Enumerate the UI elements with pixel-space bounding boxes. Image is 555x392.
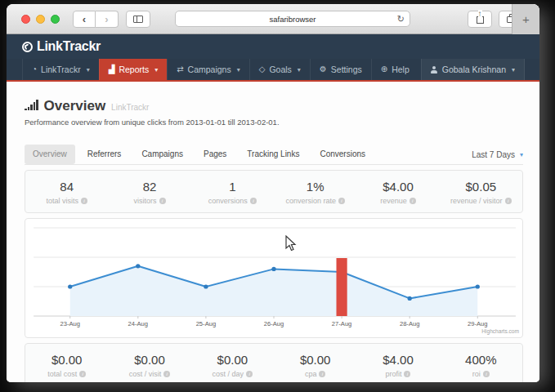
stat-value: $0.00 [274, 353, 356, 367]
chevron-down-icon: ▾ [87, 66, 90, 74]
tab-overview[interactable]: Overview [25, 145, 75, 164]
stats-panel-top: 84total visitsi82visitorsi1conversionsi1… [25, 170, 523, 213]
nav-item-label: Settings [331, 65, 362, 74]
stat-value: $0.00 [25, 353, 108, 367]
stat-label-text: total cost [47, 370, 77, 378]
info-icon[interactable]: i [338, 198, 345, 204]
stat-conversion-rate: 1%conversion ratei [274, 180, 356, 205]
stat-value: 1 [191, 180, 274, 194]
zoom-button[interactable] [51, 15, 60, 24]
stat-label-text: cost / visit [129, 370, 162, 378]
share-button[interactable] [468, 11, 492, 28]
nav-item-campaigns[interactable]: ⇄Campaigns▾ [167, 59, 249, 80]
tab-conversions[interactable]: Conversions [311, 145, 374, 164]
stat-value: $4.00 [356, 353, 439, 367]
info-icon[interactable]: i [483, 371, 490, 377]
stat-cost-visit: $0.00cost / visiti [108, 353, 190, 378]
info-icon[interactable]: i [319, 371, 325, 377]
stat-value: $0.05 [440, 180, 522, 194]
tab-tracking-links[interactable]: Tracking Links [239, 145, 307, 164]
stat-label: conversion ratei [274, 197, 356, 205]
stat-total-visits: 84total visitsi [25, 180, 108, 205]
stat-value: 400% [440, 353, 522, 367]
x-axis-label: 29-Aug [468, 321, 488, 328]
nav-item-linktrackr[interactable]: ◔LinkTrackr▾ [22, 59, 99, 80]
help-icon: ⊕ [381, 65, 387, 74]
linktrackr-logo-icon [22, 42, 33, 52]
tab-pages[interactable]: Pages [195, 145, 235, 164]
address-bar[interactable]: safaribrowser ↻ [175, 11, 410, 27]
info-icon[interactable]: i [404, 371, 410, 377]
site-logo[interactable]: LinkTrackr [22, 39, 101, 54]
nav-item-settings[interactable]: ⚙Settings [310, 59, 371, 80]
stat-value: $0.00 [191, 353, 274, 367]
stat-label: profiti [356, 370, 439, 378]
tab-referrers[interactable]: Referrers [79, 145, 130, 164]
x-axis-label: 28-Aug [400, 321, 420, 328]
main-nav: ◔LinkTrackr▾▟Reports▾⇄Campaigns▾◇Goals▾⚙… [7, 59, 539, 82]
chevron-down-icon: ▾ [237, 66, 240, 74]
user-icon [431, 66, 438, 74]
bar-chart-icon [25, 100, 38, 110]
back-icon: ‹ [83, 13, 86, 25]
logo-text: LinkTrackr [37, 39, 101, 54]
info-icon[interactable]: i [163, 371, 170, 377]
reload-icon[interactable]: ↻ [397, 11, 405, 27]
new-tab-button[interactable]: + [512, 4, 539, 34]
info-icon[interactable]: i [159, 198, 166, 204]
date-range-dropdown[interactable]: Last 7 Days ▾ [472, 150, 523, 159]
nav-item-label: Campaigns [188, 65, 231, 74]
chevron-down-icon: ▾ [298, 66, 301, 74]
report-tabs: OverviewReferrersCampaignsPagesTracking … [25, 145, 378, 164]
info-icon[interactable]: i [505, 198, 512, 204]
nav-item-goals[interactable]: ◇Goals▾ [249, 59, 310, 80]
forward-button[interactable]: › [96, 11, 119, 28]
stat-label-text: roi [472, 370, 481, 378]
stat-visitors: 82visitorsi [108, 180, 190, 205]
nav-item-help[interactable]: ⊕Help [371, 59, 418, 80]
tab-campaigns[interactable]: Campaigns [133, 145, 191, 164]
nav-item-reports[interactable]: ▟Reports▾ [99, 59, 167, 80]
browser-window: ‹ › safaribrowser ↻ + LinkTrackr [7, 4, 539, 382]
stat-label-text: cpa [305, 370, 317, 378]
stat-value: $0.00 [108, 353, 190, 367]
bar-chart-icon: ▟ [109, 65, 115, 74]
plus-icon: + [522, 12, 530, 26]
stat-value: 1% [274, 180, 356, 194]
stat-label: revenuei [356, 197, 439, 205]
nav-item-label: Goals [269, 65, 291, 74]
report-tabs-row: OverviewReferrersCampaignsPagesTracking … [25, 145, 523, 165]
stat-label: total costi [25, 370, 108, 378]
back-button[interactable]: ‹ [73, 11, 96, 28]
stat-total-cost: $0.00total costi [25, 353, 108, 378]
info-icon[interactable]: i [81, 198, 87, 204]
x-axis-label: 26-Aug [264, 321, 284, 328]
stat-label-text: revenue / visitor [450, 197, 503, 205]
x-axis-label: 25-Aug [196, 321, 217, 328]
stat-cost-day: $0.00cost / dayi [191, 353, 274, 378]
stat-conversions: 1conversionsi [191, 180, 274, 205]
stat-label: total visitsi [25, 197, 108, 205]
page-content: Overview LinkTrackr Performance overview… [7, 82, 539, 382]
info-icon[interactable]: i [246, 371, 253, 377]
user-menu[interactable]: Gobala Krishnan ▾ [421, 59, 525, 80]
sidebar-toggle-button[interactable] [126, 11, 150, 28]
info-icon[interactable]: i [250, 198, 257, 204]
stat-label-text: total visits [46, 197, 78, 205]
forward-icon: › [105, 13, 108, 25]
info-icon[interactable]: i [410, 198, 416, 204]
close-button[interactable] [21, 15, 30, 24]
stat-label: cost / dayi [191, 370, 274, 378]
info-icon[interactable]: i [79, 371, 86, 377]
stat-label: revenue / visitori [440, 197, 522, 205]
stat-roi: 400%roii [440, 353, 522, 378]
minimize-button[interactable] [36, 15, 45, 24]
web-page: LinkTrackr ◔LinkTrackr▾▟Reports▾⇄Campaig… [7, 34, 539, 382]
diamond-icon: ◇ [259, 65, 266, 74]
highcharts-credit[interactable]: Highcharts.com [481, 328, 519, 335]
stat-revenue: $4.00revenuei [356, 180, 439, 205]
visits-chart-panel: 23-Aug24-Aug25-Aug26-Aug27-Aug28-Aug29-A… [25, 218, 523, 338]
page-title-suffix: LinkTrackr [111, 103, 149, 112]
address-text: safaribrowser [269, 15, 316, 24]
page-title: Overview [44, 98, 106, 114]
